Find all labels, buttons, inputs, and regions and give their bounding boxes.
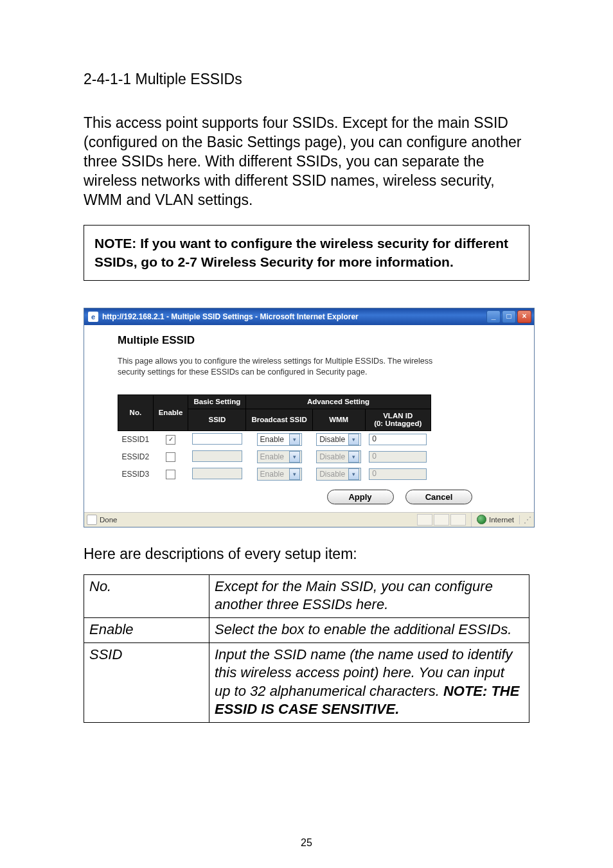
def-value: Except for the Main SSID, you can config… — [209, 574, 529, 617]
ssid-input[interactable] — [192, 450, 242, 462]
apply-button[interactable]: Apply — [327, 490, 394, 504]
select-value: Enable — [260, 452, 284, 461]
enable-checkbox[interactable] — [166, 470, 175, 479]
col-broadcast-ssid: Broadcast SSID — [246, 409, 312, 430]
window-minimize-button[interactable]: _ — [486, 310, 501, 323]
definitions-table: No. Except for the Main SSID, you can co… — [84, 574, 529, 723]
ssid-input[interactable] — [192, 468, 242, 479]
chevron-down-icon: ▾ — [289, 434, 300, 445]
chevron-down-icon: ▾ — [289, 451, 300, 463]
ie-icon: e — [88, 312, 98, 322]
ssid-input[interactable] — [192, 433, 242, 445]
vlan-input[interactable]: 0 — [369, 468, 427, 480]
table-row: Enable Select the box to enable the addi… — [84, 618, 529, 643]
broadcast-select[interactable]: Enable ▾ — [257, 433, 302, 446]
row-label: ESSID2 — [118, 448, 154, 466]
col-wmm: WMM — [312, 409, 365, 430]
zone-label: Internet — [489, 516, 514, 524]
table-row: No. Except for the Main SSID, you can co… — [84, 574, 529, 617]
wmm-select[interactable]: Disable ▾ — [316, 450, 361, 463]
table-row: ESSID3 Enable ▾ Disable ▾ — [118, 466, 431, 483]
def-key: No. — [84, 574, 209, 617]
enable-checkbox[interactable] — [166, 452, 175, 462]
row-label: ESSID1 — [118, 430, 154, 448]
window-title-bar: e http://192.168.2.1 - Multiple SSID Set… — [84, 308, 534, 325]
vlan-input[interactable]: 0 — [369, 451, 427, 463]
select-value: Disable — [319, 470, 345, 479]
table-row: SSID Input the SSID name (the name used … — [84, 643, 529, 723]
col-no: No. — [118, 394, 154, 430]
descriptions-heading: Here are descriptions of every setup ite… — [84, 545, 529, 563]
col-vlan-id: VLAN ID (0: Untagged) — [365, 409, 431, 430]
col-basic-setting: Basic Setting — [188, 394, 246, 409]
note-box: NOTE: If you want to configure the wirel… — [84, 225, 529, 281]
window-close-button[interactable]: × — [517, 310, 531, 323]
section-heading: 2-4-1-1 Multiple ESSIDs — [84, 71, 529, 88]
browser-content: Multiple ESSID This page allows you to c… — [84, 325, 534, 512]
status-segment — [434, 514, 449, 526]
button-row: Apply Cancel — [118, 490, 511, 504]
col-ssid: SSID — [188, 409, 246, 430]
status-bar: Done Internet ⋰ — [84, 512, 534, 527]
pane-description: This page allows you to configure the wi… — [118, 356, 439, 378]
chevron-down-icon: ▾ — [348, 451, 359, 463]
window-maximize-button[interactable]: □ — [502, 310, 516, 323]
window-title: http://192.168.2.1 - Multiple SSID Setti… — [102, 312, 486, 321]
page-number: 25 — [0, 837, 613, 849]
essid-config-table: No. Enable Basic Setting Advanced Settin… — [118, 394, 431, 483]
chevron-down-icon: ▾ — [289, 468, 300, 480]
page-icon — [87, 515, 97, 525]
select-value: Disable — [319, 435, 345, 444]
broadcast-select[interactable]: Enable ▾ — [257, 450, 302, 463]
chevron-down-icon: ▾ — [348, 434, 359, 445]
resize-grip[interactable]: ⋰ — [519, 515, 531, 524]
vlan-input[interactable]: 0 — [369, 434, 427, 445]
pane-title: Multiple ESSID — [118, 334, 511, 347]
chevron-down-icon: ▾ — [348, 468, 359, 480]
wmm-select[interactable]: Disable ▾ — [316, 433, 361, 446]
def-value: Select the box to enable the additional … — [209, 618, 529, 643]
col-enable: Enable — [153, 394, 188, 430]
cancel-button[interactable]: Cancel — [405, 490, 472, 504]
select-value: Disable — [319, 452, 345, 461]
def-key: Enable — [84, 618, 209, 643]
broadcast-select[interactable]: Enable ▾ — [257, 468, 302, 481]
def-value: Input the SSID name (the name used to id… — [209, 643, 529, 723]
status-text: Done — [100, 516, 118, 524]
browser-window: e http://192.168.2.1 - Multiple SSID Set… — [84, 308, 535, 527]
select-value: Enable — [260, 435, 284, 444]
intro-paragraph: This access point supports four SSIDs. E… — [84, 114, 529, 209]
wmm-select[interactable]: Disable ▾ — [316, 468, 361, 481]
def-key: SSID — [84, 643, 209, 723]
table-row: ESSID2 Enable ▾ Disable ▾ — [118, 448, 431, 466]
table-row: ESSID1 ✓ Enable ▾ Disable ▾ — [118, 430, 431, 448]
security-zone[interactable]: Internet — [471, 513, 519, 527]
globe-icon — [477, 515, 486, 524]
status-segment — [450, 514, 466, 526]
status-segment — [417, 514, 432, 526]
col-advanced-setting: Advanced Setting — [246, 394, 431, 409]
row-label: ESSID3 — [118, 466, 154, 483]
select-value: Enable — [260, 470, 284, 479]
enable-checkbox[interactable]: ✓ — [166, 435, 175, 445]
